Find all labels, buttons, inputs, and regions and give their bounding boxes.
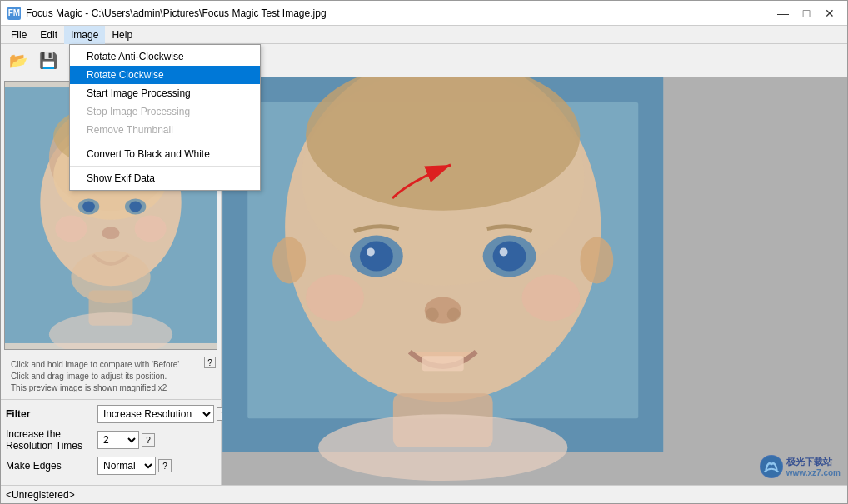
menu-bar: File Edit Image Help Rotate Anti-Clockwi… [1,26,847,44]
svg-point-38 [761,456,782,477]
menu-rotate-anti-clockwise[interactable]: Rotate Anti-Clockwise [70,47,260,66]
app-icon: FM [7,7,21,20]
svg-point-34 [306,275,364,322]
minimize-button[interactable]: — [772,4,794,22]
watermark-text: 极光下载站 www.xz7.com [786,456,841,477]
svg-point-29 [500,248,508,257]
toolbar-separator-1 [67,49,67,72]
svg-point-28 [493,242,526,272]
menu-start-image-processing[interactable]: Start Image Processing [70,84,260,102]
svg-rect-33 [422,356,464,371]
separator-2 [70,166,260,167]
svg-point-8 [129,202,142,212]
open-icon: 📂 [9,52,27,70]
open-button[interactable]: 📂 [4,47,32,75]
close-button[interactable]: ✕ [819,4,841,22]
preview-hint-area: Click and hold image to compare with 'Be… [1,353,221,399]
svg-point-6 [82,202,95,212]
separator-1 [70,142,260,142]
title-bar: FM Focus Magic - C:\Users\admin\Pictures… [1,1,847,26]
menu-remove-thumbnail: Remove Thumbnail [70,121,260,139]
edges-select[interactable]: Normal Sharper Smoother [97,457,156,475]
menu-convert-black-white[interactable]: Convert To Black and White [70,145,260,163]
menu-show-exif-data[interactable]: Show Exif Data [70,169,260,187]
menu-help[interactable]: Help [105,26,139,44]
resolution-select-wrapper: 2 3 4 ? [97,431,155,449]
svg-point-25 [360,242,393,272]
controls-panel: Filter Increase Resolution Motion Blur O… [1,399,221,485]
application-window: FM Focus Magic - C:\Users\admin\Pictures… [0,0,848,504]
save-icon: 💾 [39,52,57,70]
right-panel: 极光下载站 www.xz7.com [222,77,847,485]
menu-edit[interactable]: Edit [33,26,64,44]
status-bar: <Unregistered> [1,485,847,503]
resolution-row: Increase the Resolution Times 2 3 4 ? [6,428,216,452]
filter-row: Filter Increase Resolution Motion Blur O… [6,405,216,423]
edges-help-button[interactable]: ? [158,459,172,472]
resolution-label: Increase the Resolution Times [6,428,97,452]
title-text: Focus Magic - C:\Users\admin\Pictures\Fo… [26,7,772,19]
menu-stop-image-processing: Stop Image Processing [70,102,260,121]
watermark: 极光下载站 www.xz7.com [760,455,841,478]
filter-select-wrapper: Increase Resolution Motion Blur Out of F… [97,405,230,423]
menu-rotate-clockwise[interactable]: Rotate Clockwise [70,66,260,84]
edges-select-wrapper: Normal Sharper Smoother ? [97,457,172,475]
status-text: <Unregistered> [6,489,75,501]
svg-point-14 [135,216,167,242]
save-button[interactable]: 💾 [34,47,62,75]
window-controls: — □ ✕ [772,4,841,22]
image-dropdown-menu: Rotate Anti-Clockwise Rotate Clockwise S… [69,44,261,191]
svg-point-23 [580,237,613,284]
svg-point-22 [272,237,306,284]
resolution-help-button[interactable]: ? [142,433,155,447]
edges-label: Make Edges [6,460,97,472]
filter-label: Filter [6,408,97,420]
filter-select[interactable]: Increase Resolution Motion Blur Out of F… [97,405,214,423]
svg-point-32 [447,307,461,321]
menu-image[interactable]: Image [64,26,105,44]
menu-file[interactable]: File [4,26,33,44]
watermark-logo [760,455,783,478]
svg-point-26 [367,248,375,257]
svg-point-9 [102,227,119,239]
resolution-select[interactable]: 2 3 4 [97,431,139,449]
svg-point-35 [522,275,581,322]
main-image [222,77,847,485]
preview-help-button[interactable]: ? [204,357,216,368]
preview-hint: Click and hold image to compare with 'Be… [6,356,216,397]
svg-point-37 [318,414,567,481]
svg-point-31 [426,307,439,321]
edges-row: Make Edges Normal Sharper Smoother ? [6,457,216,475]
maximize-button[interactable]: □ [796,4,817,22]
svg-point-13 [55,216,87,242]
